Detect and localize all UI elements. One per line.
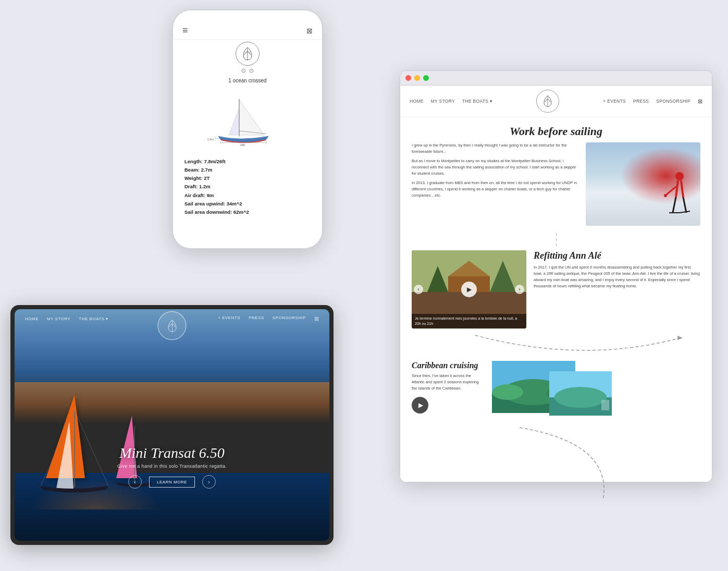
caribbean-title: Caribbean cruising: [412, 361, 485, 370]
dashed-curve-area: [421, 333, 691, 359]
browser-nav: HOME MY STORY THE BOATS ▾ + EVENTS PRESS…: [400, 86, 712, 117]
browser-mockup: HOME MY STORY THE BOATS ▾ + EVENTS PRESS…: [400, 70, 712, 482]
nav-links-right: + EVENTS PRESS SPONSORSHIP ⊠: [603, 98, 702, 105]
tablet-hero-controls: ‹ LEARN MORE ›: [15, 475, 329, 489]
sail-down-label: Sail area downwind:: [184, 209, 232, 215]
svg-point-14: [664, 194, 667, 197]
phone-status-bar: [173, 10, 322, 22]
refitting-play-button[interactable]: ▶: [461, 282, 477, 297]
dashed-line-1: [556, 233, 557, 246]
tablet-hero-subtitle: Give me a hand in this solo Transatlanti…: [15, 464, 329, 469]
tablet-next-button[interactable]: ›: [202, 475, 216, 489]
browser-titlebar: [400, 71, 712, 86]
tablet-learn-more-button[interactable]: LEARN MORE: [149, 477, 195, 488]
maximize-dot[interactable]: [423, 75, 429, 81]
settings-icon: ⚙ ⚙: [241, 67, 254, 75]
nav-my-story[interactable]: MY STORY: [431, 99, 455, 104]
close-dot[interactable]: [405, 75, 411, 81]
tablet-screen: HOME MY STORY THE BOATS ▾ + EVENTS PRESS…: [15, 309, 329, 541]
caribbean-image-2: [549, 371, 612, 416]
tablet-nav-home[interactable]: HOME: [25, 317, 39, 321]
refitting-body: In 2017, I quit the UN and spent 6 month…: [534, 264, 700, 289]
video-next-button[interactable]: ›: [515, 285, 524, 294]
tablet-nav-sponsorship[interactable]: SPONSORSHIP: [273, 315, 306, 322]
caribbean-section: Caribbean cruising Since then, I've take…: [400, 359, 712, 426]
menu-icon[interactable]: ≡: [182, 25, 188, 36]
phone-specs: Length: 7.8m/26ft Beam: 2.7m Weight: 2T …: [173, 153, 322, 221]
tablet-nav-the-boats[interactable]: THE BOATS ▾: [79, 317, 108, 321]
work-para1: I grew up in the Pyrenees, by then I rea…: [412, 142, 579, 155]
refitting-section: ▶ ‹ › Je termine normalement mes journée…: [400, 246, 712, 333]
nav-press[interactable]: PRESS: [633, 99, 649, 104]
work-text: I grew up in the Pyrenees, by then I rea…: [412, 142, 579, 202]
phone-mockup: ≡ ⊠ ⚙ ⚙ 1 ocean crossed: [172, 9, 323, 249]
length-label: Length:: [184, 159, 203, 164]
phone-boat-illustration: 1,2m 26ft: [173, 86, 322, 153]
svg-text:26ft: 26ft: [240, 143, 245, 147]
tablet-mockup: HOME MY STORY THE BOATS ▾ + EVENTS PRESS…: [10, 305, 334, 545]
nav-the-boats[interactable]: THE BOATS ▾: [462, 99, 492, 104]
tablet-cart-icon[interactable]: ⊠: [314, 315, 319, 322]
browser-content: HOME MY STORY THE BOATS ▾ + EVENTS PRESS…: [400, 86, 712, 482]
svg-text:1,2m: 1,2m: [207, 138, 214, 141]
beam-val: 2.7m: [201, 167, 213, 173]
length-val: 7.8m/26ft: [204, 159, 225, 164]
video-caption: Je termine normalement mes journées a la…: [412, 314, 526, 329]
tablet-hero-text: Mini Transat 6.50 Give me a hand in this…: [15, 445, 329, 489]
nav-sponsorship[interactable]: SPONSORSHIP: [656, 99, 690, 104]
dashed-curve-svg: [421, 333, 691, 359]
ski-figure-svg: [651, 168, 693, 221]
nav-home[interactable]: HOME: [410, 99, 424, 104]
ski-image: [586, 142, 700, 226]
sail-up-label: Sail area upwind:: [184, 201, 225, 206]
carib-scene-2: [549, 371, 612, 416]
play-icon: ▶: [467, 286, 472, 293]
work-before-content: I grew up in the Pyrenees, by then I rea…: [412, 142, 700, 226]
phone-navbar: ≡ ⊠: [173, 22, 322, 40]
tablet-nav-links-right: + EVENTS PRESS SPONSORSHIP ⊠: [218, 315, 319, 322]
svg-point-13: [675, 172, 684, 180]
nav-links-left: HOME MY STORY THE BOATS ▾: [410, 99, 492, 104]
ocean-crossed-text: 1 ocean crossed: [173, 78, 322, 83]
svg-marker-2: [229, 108, 239, 135]
minimize-dot[interactable]: [414, 75, 420, 81]
svg-point-25: [492, 384, 523, 400]
weight-val: 2T: [204, 175, 209, 181]
boat-svg: 1,2m 26ft: [206, 94, 289, 151]
refitting-title: Refitting Ann Alé: [534, 250, 700, 261]
caribbean-play-button[interactable]: ▶: [412, 397, 428, 414]
tablet-prev-button[interactable]: ‹: [128, 475, 142, 489]
phone-logo-area: ⚙ ⚙: [173, 40, 322, 76]
weight-label: Weight:: [184, 175, 203, 181]
work-before-title: Work before sailing: [412, 125, 700, 138]
work-para3: In 2013, I graduate from MBS and from th…: [412, 180, 579, 199]
cart-icon-browser[interactable]: ⊠: [698, 98, 702, 105]
sail-down-val: 62m^2: [233, 209, 249, 215]
refitting-text: Refitting Ann Alé In 2017, I quit the UN…: [534, 250, 700, 289]
caribbean-body: Since then, I've taken it across the Atl…: [412, 373, 485, 392]
tablet-hero-title: Mini Transat 6.50: [15, 445, 329, 461]
nav-events[interactable]: + EVENTS: [603, 99, 626, 104]
tablet-nav-events[interactable]: + EVENTS: [218, 315, 240, 322]
caribbean-play-icon: ▶: [418, 402, 423, 409]
refitting-video-thumb[interactable]: ▶ ‹ › Je termine normalement mes journée…: [412, 250, 526, 329]
caribbean-text: Caribbean cruising Since then, I've take…: [412, 361, 485, 414]
svg-point-29: [554, 387, 607, 408]
tablet-nav: HOME MY STORY THE BOATS ▾ + EVENTS PRESS…: [15, 309, 329, 328]
tablet-nav-press[interactable]: PRESS: [249, 315, 264, 322]
cart-icon[interactable]: ⊠: [306, 27, 313, 35]
svg-marker-21: [677, 336, 683, 340]
svg-rect-30: [601, 400, 609, 410]
air-draft-label: Air draft:: [184, 192, 205, 198]
caribbean-images: [492, 361, 700, 423]
tablet-logo: [158, 311, 187, 340]
svg-marker-1: [239, 100, 264, 135]
phone-logo: [236, 42, 260, 66]
draft-label: Draft:: [184, 184, 198, 189]
tablet-nav-links-left: HOME MY STORY THE BOATS ▾: [25, 317, 108, 321]
work-before-section: Work before sailing I grew up in the Pyr…: [400, 117, 712, 233]
beam-label: Beam:: [184, 167, 200, 173]
video-prev-button[interactable]: ‹: [414, 285, 423, 294]
logo-svg: [239, 45, 256, 62]
tablet-nav-my-story[interactable]: MY STORY: [47, 317, 70, 321]
